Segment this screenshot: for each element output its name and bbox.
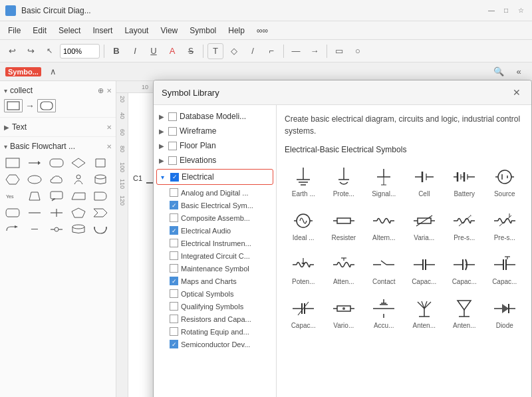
- menu-file[interactable]: File: [3, 23, 26, 38]
- symbol-preset1[interactable]: Pre-s...: [446, 205, 483, 246]
- shape-diamond[interactable]: [70, 156, 87, 170]
- shape-magnetic[interactable]: [92, 222, 109, 237]
- checkbox-instrument[interactable]: [170, 239, 178, 247]
- shape-round-rect[interactable]: [48, 156, 65, 170]
- collect-header[interactable]: ▾ collect ⊕ ✕: [4, 84, 112, 97]
- italic-button[interactable]: I: [127, 43, 143, 59]
- checkbox-audio[interactable]: ✓: [170, 226, 178, 235]
- shape-rounded-arrow[interactable]: [4, 222, 21, 237]
- sub-rotating[interactable]: Rotating Equip and...: [164, 325, 276, 338]
- sub-maps[interactable]: ✓ Maps and Charts: [164, 275, 276, 287]
- strikethrough-button[interactable]: S̶: [183, 43, 199, 59]
- symbol-resistor[interactable]: Resister: [325, 205, 363, 246]
- flowchart-close-btn[interactable]: ✕: [106, 143, 112, 150]
- symbol-potentiometer[interactable]: Poten...: [285, 249, 323, 290]
- checkbox-rotating[interactable]: [170, 327, 178, 336]
- shape-stored-data[interactable]: [4, 205, 21, 220]
- tree-item-electrical[interactable]: ▾ ✓ Electrical: [157, 170, 273, 184]
- zoom-input[interactable]: [60, 44, 100, 59]
- shape-yes-no[interactable]: Yes: [4, 189, 21, 203]
- sub-integrated[interactable]: Integrated Circuit C...: [164, 249, 276, 262]
- menu-view[interactable]: View: [155, 23, 183, 38]
- arrow-shape[interactable]: →: [25, 100, 35, 111]
- shape-parallelogram[interactable]: [92, 156, 109, 170]
- shape-data-store[interactable]: [70, 222, 87, 237]
- symbol-attenuator[interactable]: Atten...: [325, 249, 363, 290]
- symbol-source[interactable]: Source: [486, 161, 524, 202]
- shape-ellipse[interactable]: [26, 172, 43, 187]
- sub-analog[interactable]: Analog and Digital ...: [164, 186, 276, 199]
- menu-symbol[interactable]: Symbol: [184, 23, 221, 38]
- underline-button[interactable]: U: [146, 43, 162, 59]
- checkbox-analog[interactable]: [170, 188, 178, 197]
- text-close-btn[interactable]: ✕: [106, 124, 112, 131]
- undo-button[interactable]: ↩: [4, 43, 20, 59]
- checkbox-semiconductor[interactable]: ✓: [170, 340, 178, 348]
- sub-optical[interactable]: Optical Symbols: [164, 287, 276, 300]
- redo-button[interactable]: ↪: [23, 43, 39, 59]
- shape-delay[interactable]: [92, 189, 109, 203]
- menu-help[interactable]: Help: [223, 23, 250, 38]
- flowchart-header[interactable]: ▾ Basic Flowchart ... ✕: [4, 140, 112, 153]
- sub-instrument[interactable]: Electrical Instrumen...: [164, 237, 276, 249]
- ellipse-button[interactable]: ○: [350, 43, 366, 59]
- shape-manual[interactable]: [70, 189, 87, 203]
- symbol-variable[interactable]: Varia...: [406, 205, 444, 246]
- menu-layout[interactable]: Layout: [119, 23, 154, 38]
- maximize-button[interactable]: □: [500, 5, 512, 17]
- checkbox-qualifying[interactable]: [170, 302, 178, 311]
- checkbox-database[interactable]: [168, 112, 177, 121]
- checkbox-composite[interactable]: [170, 213, 178, 222]
- menu-select[interactable]: Select: [53, 23, 86, 38]
- symbol-antenna1[interactable]: Anten...: [406, 293, 444, 334]
- shape-hexagon[interactable]: [4, 172, 21, 187]
- sub-composite[interactable]: Composite Assemb...: [164, 211, 276, 224]
- symbol-protect[interactable]: Prote...: [325, 161, 363, 202]
- line-button[interactable]: /: [245, 43, 261, 59]
- pointer-button[interactable]: ↖: [41, 43, 57, 59]
- checkbox-wireframe[interactable]: [168, 127, 177, 136]
- symbol-capacitor3[interactable]: Capac...: [486, 249, 524, 290]
- menu-extra[interactable]: ∞∞: [251, 23, 273, 38]
- tree-item-wireframe[interactable]: ▶ Wireframe: [154, 124, 276, 138]
- shape-trapezoid[interactable]: [26, 189, 43, 203]
- shape-cloud[interactable]: [48, 172, 65, 187]
- menu-insert[interactable]: Insert: [87, 23, 118, 38]
- symbol-alternator[interactable]: Altern...: [365, 205, 403, 246]
- shape-rect[interactable]: [4, 156, 21, 170]
- shape-cross[interactable]: [48, 205, 65, 220]
- shape-arrow-right[interactable]: [26, 156, 43, 170]
- text-button[interactable]: T: [207, 43, 223, 59]
- checkbox-floorplan[interactable]: [168, 142, 177, 150]
- checkbox-maps[interactable]: ✓: [170, 277, 178, 285]
- checkbox-optical[interactable]: [170, 289, 178, 298]
- search-button[interactable]: 🔍: [491, 64, 507, 80]
- arrow-button[interactable]: →: [307, 43, 323, 59]
- sub-audio[interactable]: ✓ Electrical Audio: [164, 224, 276, 237]
- symbol-accumulator[interactable]: Accu...: [365, 293, 403, 334]
- shape-cylinder[interactable]: [92, 172, 109, 187]
- collapse-button[interactable]: ∧: [45, 64, 61, 80]
- dash-button[interactable]: —: [288, 43, 304, 59]
- fill-button[interactable]: ◇: [226, 43, 242, 59]
- symbol-capacitor4[interactable]: Capac...: [285, 293, 323, 334]
- collect-add-btn[interactable]: ⊕: [98, 86, 104, 95]
- sub-qualifying[interactable]: Qualifying Symbols: [164, 300, 276, 313]
- shape-connector[interactable]: [48, 222, 65, 237]
- symbol-cell[interactable]: Cell: [406, 161, 444, 202]
- symbol-diode[interactable]: Diode: [486, 293, 524, 334]
- bold-button[interactable]: B: [108, 43, 124, 59]
- symbol-battery[interactable]: Battery: [446, 161, 483, 202]
- collect-close-btn[interactable]: ✕: [106, 87, 112, 94]
- symbol-contact[interactable]: Contact: [365, 249, 403, 290]
- corner-button[interactable]: ⌐: [263, 43, 279, 59]
- pin-button[interactable]: «: [511, 64, 527, 80]
- checkbox-basic-elec[interactable]: ✓: [170, 201, 178, 209]
- shape-person[interactable]: [70, 172, 87, 187]
- checkbox-electrical[interactable]: ✓: [170, 173, 179, 182]
- menu-edit[interactable]: Edit: [27, 23, 52, 38]
- sub-maintenance[interactable]: Maintenance Symbol: [164, 262, 276, 275]
- text-header[interactable]: ▶ Text ✕: [4, 120, 112, 134]
- shape-chevron[interactable]: [92, 205, 109, 220]
- symbol-capacitor2[interactable]: Capac...: [446, 249, 483, 290]
